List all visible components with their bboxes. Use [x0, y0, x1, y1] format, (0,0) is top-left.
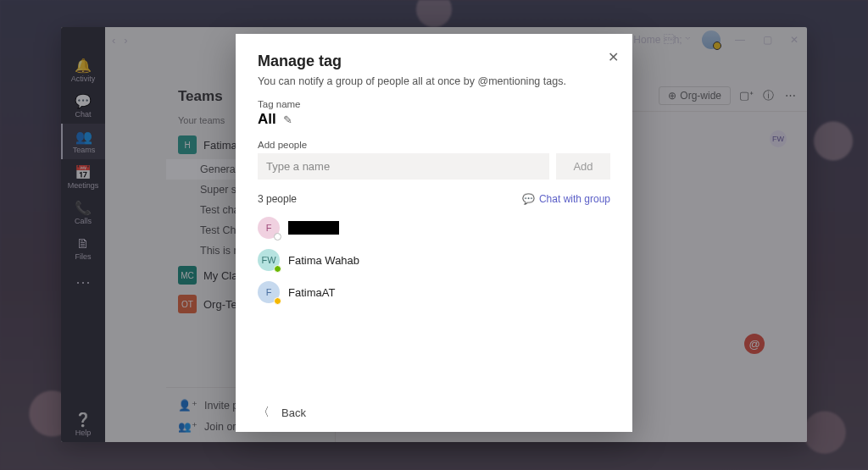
- people-list: F FW Fatima Wahab F FatimaAT: [258, 212, 610, 308]
- presence-available-icon: [274, 265, 281, 273]
- back-button[interactable]: 〈 Back: [258, 395, 610, 420]
- person-row[interactable]: F: [258, 212, 610, 244]
- person-name: Fatima Wahab: [288, 254, 359, 267]
- avatar: F: [258, 217, 280, 239]
- modal-subtitle: You can notify a group of people all at …: [258, 75, 610, 87]
- people-count: 3 people: [258, 193, 297, 205]
- arrow-left-icon: 〈: [258, 405, 270, 420]
- edit-icon[interactable]: ✎: [283, 113, 292, 126]
- tag-name-label: Tag name: [258, 99, 610, 109]
- person-name: FatimaAT: [288, 286, 335, 299]
- manage-tag-modal: ✕ Manage tag You can notify a group of p…: [236, 34, 632, 432]
- modal-title: Manage tag: [258, 53, 610, 70]
- avatar: F: [258, 281, 280, 303]
- avatar: FW: [258, 249, 280, 271]
- add-people-input[interactable]: [258, 153, 549, 180]
- add-button[interactable]: Add: [556, 153, 610, 180]
- presence-away-icon: [274, 297, 281, 305]
- person-row[interactable]: F FatimaAT: [258, 276, 610, 308]
- presence-unknown-icon: [274, 233, 281, 241]
- add-people-label: Add people: [258, 140, 610, 150]
- close-icon[interactable]: ✕: [608, 49, 619, 65]
- redacted-name: [288, 221, 339, 235]
- tag-name-value: All: [258, 111, 276, 128]
- chat-with-group-link[interactable]: 💬Chat with group: [522, 193, 610, 205]
- chat-icon: 💬: [522, 193, 535, 205]
- person-row[interactable]: FW Fatima Wahab: [258, 244, 610, 276]
